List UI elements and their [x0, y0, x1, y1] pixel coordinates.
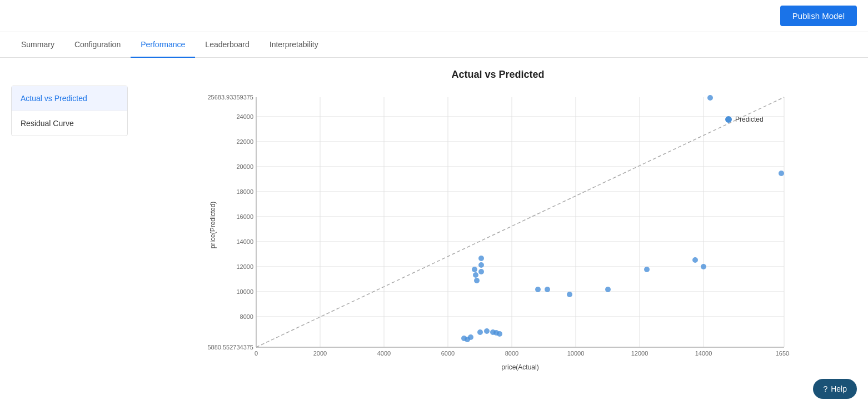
- svg-point-41: [725, 116, 732, 123]
- svg-text:16000: 16000: [236, 213, 253, 220]
- data-point: [644, 267, 650, 272]
- svg-text:0: 0: [255, 350, 258, 357]
- svg-text:12000: 12000: [631, 350, 648, 357]
- question-icon: ?: [823, 384, 827, 386]
- svg-text:14000: 14000: [695, 350, 712, 357]
- sidebar-panel: Actual vs Predicted Residual Curve: [11, 86, 128, 136]
- svg-text:20000: 20000: [236, 163, 253, 170]
- svg-text:14000: 14000: [236, 238, 253, 245]
- x-axis-labels: 0 2000 4000 6000 8000 10000 12000 14000 …: [255, 350, 790, 357]
- reference-line: [256, 97, 784, 347]
- data-point: [497, 331, 502, 337]
- tab-configuration[interactable]: Configuration: [64, 32, 131, 58]
- data-point: [473, 272, 478, 278]
- scatter-plot: 25683.93359375 24000 22000 20000 18000 1…: [206, 86, 790, 375]
- tab-interpretability[interactable]: Interpretability: [260, 32, 328, 58]
- data-point: [484, 328, 490, 334]
- svg-text:2000: 2000: [313, 350, 327, 357]
- x-axis-title: price(Actual): [501, 363, 538, 371]
- svg-text:18000: 18000: [236, 188, 253, 195]
- data-point: [707, 95, 713, 101]
- data-point: [477, 329, 483, 335]
- tab-leaderboard[interactable]: Leaderboard: [195, 32, 259, 58]
- main-content: Actual vs Predicted Residual Curve Actua…: [0, 58, 868, 386]
- data-point: [605, 287, 611, 292]
- data-point: [478, 256, 484, 261]
- data-point: [465, 337, 470, 342]
- data-point: [478, 269, 484, 274]
- y-axis-title: price(Predicted): [209, 202, 217, 249]
- svg-text:Predicted: Predicted: [735, 116, 764, 123]
- data-point: [567, 292, 572, 297]
- data-point: [535, 287, 541, 292]
- top-bar: Publish Model: [0, 0, 868, 32]
- data-point: [472, 267, 477, 272]
- chart-title: Actual vs Predicted: [451, 69, 544, 81]
- tab-navigation: Summary Configuration Performance Leader…: [0, 32, 868, 58]
- help-button[interactable]: ? Help: [813, 379, 857, 386]
- svg-text:10000: 10000: [567, 350, 585, 357]
- data-point: [478, 262, 484, 268]
- svg-text:6000: 6000: [441, 350, 455, 357]
- tab-performance[interactable]: Performance: [131, 32, 195, 58]
- svg-text:4000: 4000: [377, 350, 391, 357]
- svg-text:10000: 10000: [236, 288, 253, 295]
- svg-text:5880.552734375: 5880.552734375: [207, 344, 253, 351]
- tab-summary[interactable]: Summary: [11, 32, 64, 58]
- data-point: [701, 264, 706, 269]
- chart-area: Actual vs Predicted: [139, 69, 857, 375]
- data-point: [779, 171, 784, 176]
- svg-text:16505: 16505: [776, 350, 790, 357]
- svg-text:22000: 22000: [236, 138, 253, 145]
- sidebar-item-actual-vs-predicted[interactable]: Actual vs Predicted: [12, 86, 127, 111]
- help-label: Help: [831, 384, 847, 386]
- svg-text:8000: 8000: [240, 313, 253, 320]
- svg-text:24000: 24000: [236, 113, 253, 120]
- data-point: [545, 287, 550, 292]
- publish-button[interactable]: Publish Model: [780, 6, 857, 26]
- svg-text:25683.93359375: 25683.93359375: [207, 94, 253, 101]
- sidebar-item-residual-curve[interactable]: Residual Curve: [12, 111, 127, 136]
- data-point: [692, 257, 698, 263]
- svg-text:8000: 8000: [505, 350, 518, 357]
- data-point: [474, 278, 480, 283]
- svg-text:12000: 12000: [236, 263, 253, 270]
